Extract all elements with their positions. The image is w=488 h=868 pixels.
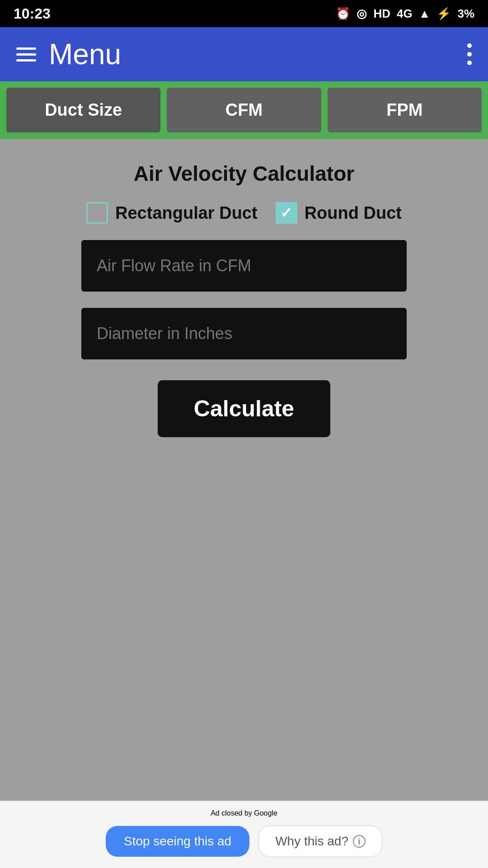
rectangular-duct-option[interactable]: Rectangular Duct <box>86 202 258 224</box>
rectangular-duct-label: Rectangular Duct <box>115 203 258 223</box>
why-this-ad-button[interactable]: Why this ad? i <box>258 826 382 857</box>
ad-closed-label: Ad closed by <box>211 809 252 817</box>
air-flow-rate-input[interactable] <box>81 240 407 292</box>
status-bar: 10:23 ⏰ ◎ HD 4G ▲ ⚡ 3% <box>0 0 488 27</box>
round-duct-checkbox[interactable] <box>276 202 297 224</box>
google-label: Google <box>254 809 277 817</box>
tab-bar: Duct Size CFM FPM <box>0 81 488 139</box>
header: Menu <box>0 27 488 81</box>
calculate-button[interactable]: Calculate <box>158 380 330 437</box>
tab-duct-size[interactable]: Duct Size <box>6 88 160 132</box>
info-icon: i <box>353 835 366 848</box>
why-this-ad-label: Why this ad? <box>275 834 348 849</box>
hamburger-menu-icon[interactable] <box>16 47 36 61</box>
alarm-icon: ⏰ <box>336 7 350 21</box>
battery-icon: ⚡ <box>436 7 451 21</box>
signal-bars-icon: ▲ <box>419 7 431 21</box>
location-icon: ◎ <box>357 7 367 21</box>
ad-closed-text: Ad closed by Google <box>211 809 277 817</box>
signal-label: 4G <box>397 7 413 21</box>
round-duct-option[interactable]: Round Duct <box>276 202 402 224</box>
hd-label: HD <box>373 7 390 21</box>
round-duct-label: Round Duct <box>305 203 402 223</box>
duct-type-row: Rectangular Duct Round Duct <box>86 202 402 224</box>
calculator-title: Air Velocity Calculator <box>134 161 354 186</box>
header-title: Menu <box>49 38 467 71</box>
tab-fpm[interactable]: FPM <box>328 88 482 132</box>
stop-seeing-ad-button[interactable]: Stop seeing this ad <box>106 826 249 857</box>
more-options-icon[interactable] <box>467 43 472 65</box>
main-content: Air Velocity Calculator Rectangular Duct… <box>0 139 488 455</box>
tab-cfm[interactable]: CFM <box>167 88 321 132</box>
status-time: 10:23 <box>14 5 51 22</box>
rectangular-duct-checkbox[interactable] <box>86 202 108 224</box>
battery-text: 3% <box>457 7 474 21</box>
diameter-input[interactable] <box>81 308 407 359</box>
ad-bar: Ad closed by Google Stop seeing this ad … <box>0 801 488 868</box>
status-icons: ⏰ ◎ HD 4G ▲ ⚡ 3% <box>336 7 474 21</box>
ad-buttons-row: Stop seeing this ad Why this ad? i <box>106 826 382 857</box>
